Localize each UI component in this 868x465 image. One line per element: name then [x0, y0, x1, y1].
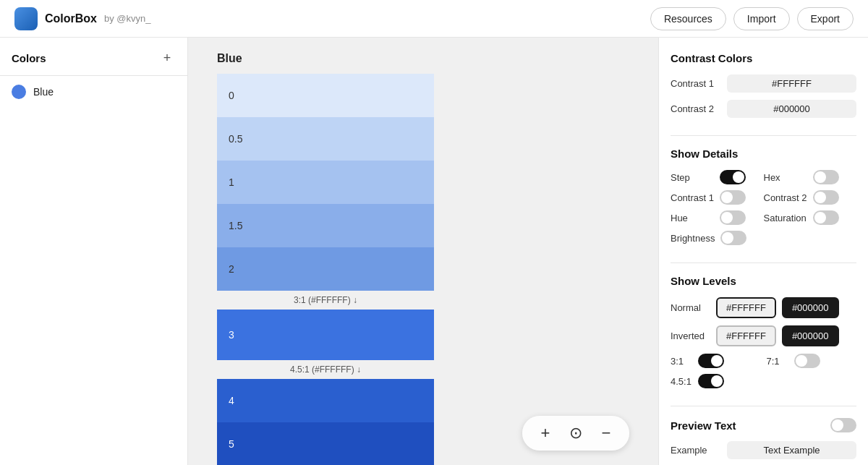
details-contrast2: Contrast 2 [764, 190, 857, 205]
swatch-0[interactable]: 0 [217, 74, 434, 117]
swatch-05[interactable]: 0.5 [217, 117, 434, 161]
saturation-label: Saturation [764, 213, 807, 223]
swatch-label-2: 2 [229, 263, 234, 275]
step-toggle[interactable] [720, 170, 746, 184]
color-name-blue: Blue [33, 86, 54, 98]
show-levels-title: Show Levels [671, 275, 856, 287]
toggle-7to1-switch[interactable] [794, 354, 820, 368]
inverted-label: Inverted [671, 330, 710, 341]
canvas-inner: Blue 0 0.5 1 1.5 [188, 38, 658, 465]
detail-contrast2-label: Contrast 2 [764, 192, 807, 203]
zoom-out-button[interactable]: − [595, 422, 618, 445]
details-contrast1: Contrast 1 [671, 190, 764, 205]
detail-contrast2-toggle[interactable] [813, 190, 839, 205]
swatch-2[interactable]: 2 [217, 247, 434, 291]
canvas-area: Blue 0 0.5 1 1.5 [188, 38, 658, 465]
brightness-label: Brightness [671, 233, 715, 244]
preview-text-header-row: Preview Text [671, 418, 856, 432]
normal-light-box[interactable]: #FFFFFF [716, 297, 776, 318]
color-swatches: 0 0.5 1 1.5 2 3:1 (#FFFFF [217, 74, 434, 465]
divider-45to1: 4.5:1 (#FFFFFF) ↓ [217, 360, 434, 379]
add-color-button[interactable]: + [158, 49, 176, 67]
details-hex: Hex [764, 170, 857, 184]
app-logo [14, 7, 38, 30]
color-dot-blue [12, 85, 26, 99]
sidebar: Colors + Blue [0, 38, 188, 465]
toggle-3to1: 3:1 [671, 354, 761, 368]
header-left: ColorBox by @kvyn_ [14, 7, 151, 30]
swatch-label-3: 3 [229, 329, 234, 341]
details-brightness: Brightness [671, 231, 764, 245]
contrast-colors-title: Contrast Colors [671, 52, 856, 64]
details-grid: Step Hex Contrast 1 Contrast 2 [671, 170, 856, 245]
normal-label: Normal [671, 302, 710, 313]
hue-toggle[interactable] [720, 210, 746, 225]
details-hue: Hue [671, 210, 764, 225]
details-saturation: Saturation [764, 210, 857, 225]
normal-levels-row: Normal #FFFFFF #000000 [671, 297, 856, 318]
sidebar-title: Colors [12, 52, 46, 64]
show-levels-section: Show Levels Normal #FFFFFF #000000 Inver… [671, 275, 856, 388]
contrast1-value[interactable]: #FFFFFF [727, 74, 856, 93]
contrast1-label: Contrast 1 [671, 78, 721, 89]
hex-label: Hex [764, 172, 807, 183]
import-button[interactable]: Import [733, 7, 790, 30]
preview-text-toggle[interactable] [830, 418, 856, 432]
contrast-colors-section: Contrast Colors Contrast 1 #FFFFFF Contr… [671, 52, 856, 118]
sidebar-item-blue[interactable]: Blue [0, 76, 187, 108]
target-button[interactable]: ⊙ [564, 422, 587, 445]
toggle-3to1-label: 3:1 [671, 356, 692, 367]
swatch-15[interactable]: 1.5 [217, 204, 434, 247]
resources-button[interactable]: Resources [650, 7, 726, 30]
palette-title: Blue [217, 52, 629, 65]
contrast2-value[interactable]: #000000 [727, 100, 856, 118]
divider-3to1: 3:1 (#FFFFFF) ↓ [217, 291, 434, 310]
swatch-label-5: 5 [229, 438, 234, 450]
swatch-1[interactable]: 1 [217, 161, 434, 204]
contrast2-row: Contrast 2 #000000 [671, 100, 856, 118]
level-toggles: 3:1 7:1 4.5:1 [671, 354, 856, 388]
divider-2 [671, 263, 856, 263]
details-step: Step [671, 170, 764, 184]
toggle-45to1-label: 4.5:1 [671, 376, 692, 387]
preview-text-section: Preview Text Example Text Example [671, 418, 856, 459]
inverted-light-box[interactable]: #FFFFFF [716, 325, 776, 346]
example-value[interactable]: Text Example [727, 441, 856, 459]
swatch-label-05: 0.5 [229, 133, 242, 145]
toggle-3to1-switch[interactable] [698, 354, 724, 368]
brightness-toggle[interactable] [720, 231, 746, 245]
swatch-label-4: 4 [229, 395, 234, 406]
swatch-3[interactable]: 3 [217, 310, 434, 360]
preview-text-title: Preview Text [671, 419, 736, 432]
header: ColorBox by @kvyn_ Resources Import Expo… [0, 0, 868, 38]
bottom-controls: + ⊙ − [522, 416, 629, 451]
example-row: Example Text Example [671, 441, 856, 459]
app-by: by @kvyn_ [104, 13, 151, 24]
hue-label: Hue [671, 213, 714, 223]
divider-3 [671, 406, 856, 406]
toggle-45to1-switch[interactable] [698, 374, 724, 388]
inverted-levels-row: Inverted #FFFFFF #000000 [671, 325, 856, 346]
inverted-dark-box[interactable]: #000000 [782, 325, 839, 346]
toggle-7to1: 7:1 [767, 354, 857, 368]
swatch-label-1: 1 [229, 176, 234, 188]
toggle-45to1: 4.5:1 [671, 374, 761, 388]
app-name: ColorBox [45, 12, 97, 25]
export-button[interactable]: Export [797, 7, 854, 30]
saturation-toggle[interactable] [813, 210, 839, 225]
hex-toggle[interactable] [813, 170, 839, 184]
swatch-label-0: 0 [229, 90, 234, 101]
swatch-4[interactable]: 4 [217, 379, 434, 422]
detail-contrast1-toggle[interactable] [720, 190, 746, 205]
toggle-7to1-label: 7:1 [767, 356, 788, 367]
detail-contrast1-label: Contrast 1 [671, 192, 714, 203]
swatch-5[interactable]: 5 [217, 422, 434, 465]
show-details-section: Show Details Step Hex Contrast 1 [671, 148, 856, 245]
step-label: Step [671, 172, 714, 183]
sidebar-header: Colors + [0, 38, 187, 76]
main-layout: Colors + Blue Blue 0 0.5 1 [0, 38, 868, 465]
header-right: Resources Import Export [650, 7, 854, 30]
contrast2-label: Contrast 2 [671, 103, 721, 114]
zoom-in-button[interactable]: + [534, 422, 557, 445]
normal-dark-box[interactable]: #000000 [782, 297, 839, 318]
